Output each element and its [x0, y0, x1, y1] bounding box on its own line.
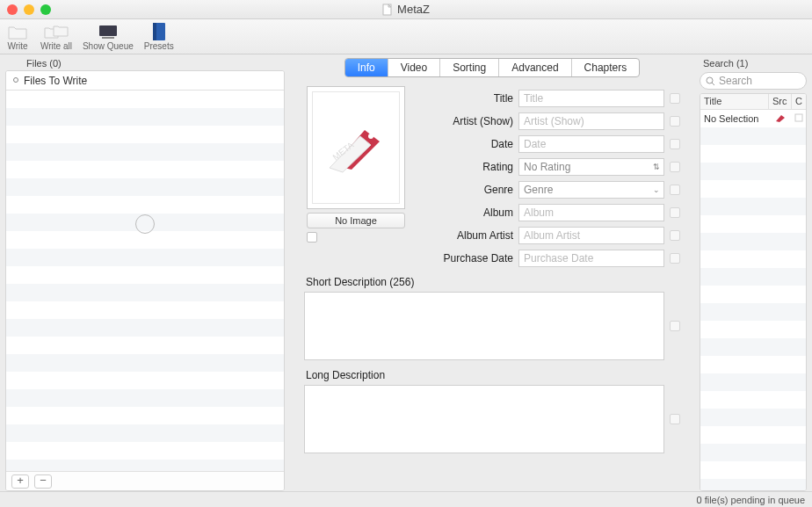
toolbar-label: Write	[7, 41, 27, 51]
minimize-icon[interactable]	[24, 4, 34, 15]
remove-file-button[interactable]: −	[34, 474, 52, 489]
album-field[interactable]	[518, 204, 664, 221]
queue-icon	[98, 23, 119, 40]
metaz-tag-icon: META	[325, 117, 387, 178]
title-field[interactable]	[518, 90, 664, 107]
results-body[interactable]: No Selection	[700, 110, 806, 490]
artist-field[interactable]	[518, 112, 664, 130]
book-icon	[150, 22, 168, 41]
files-list-footer: + −	[6, 471, 284, 490]
spinner-icon	[135, 214, 155, 234]
artwork-check[interactable]	[307, 232, 317, 243]
files-header-text: Files To Write	[24, 75, 87, 87]
tag-icon	[775, 112, 786, 123]
row-check[interactable]	[792, 113, 806, 124]
search-panel: Search (1) Search Title Src C No Selecti…	[694, 54, 812, 491]
status-text: 0 file(s) pending in queue	[696, 495, 805, 505]
document-icon	[382, 4, 393, 16]
files-list-body[interactable]	[6, 91, 284, 471]
album-check[interactable]	[670, 207, 680, 218]
rating-label: Rating	[418, 161, 513, 173]
artwork-well[interactable]: META	[307, 86, 405, 209]
folder-icon	[7, 23, 28, 40]
status-bar: 0 file(s) pending in queue	[0, 491, 812, 507]
svg-line-8	[712, 83, 714, 85]
files-list-header[interactable]: Files To Write	[6, 71, 284, 91]
artwork-button[interactable]: No Image	[307, 213, 405, 228]
short-desc-field[interactable]	[304, 292, 664, 360]
search-input[interactable]: Search	[700, 72, 807, 90]
chevron-down-icon: ⌄	[653, 185, 660, 194]
long-desc-check[interactable]	[670, 414, 680, 424]
editor-panel: Info Video Sorting Advanced Chapters	[290, 54, 694, 491]
toolbar-label: Show Queue	[83, 41, 134, 51]
tab-video[interactable]: Video	[388, 59, 440, 76]
tab-advanced[interactable]: Advanced	[499, 59, 571, 76]
genre-check[interactable]	[670, 185, 680, 195]
tab-info[interactable]: Info	[345, 59, 388, 76]
row-src	[769, 112, 792, 125]
tabs: Info Video Sorting Advanced Chapters	[295, 54, 689, 81]
search-results: Title Src C No Selection	[700, 93, 807, 491]
files-panel: Files (0) Files To Write + −	[0, 54, 290, 491]
window-controls	[7, 4, 51, 15]
toolbar-label: Write all	[40, 41, 72, 51]
toolbar: Write Write all Show Queue Presets	[0, 19, 812, 54]
zoom-icon[interactable]	[40, 4, 51, 15]
genre-label: Genre	[418, 184, 513, 196]
titlebar: MetaZ	[0, 0, 812, 19]
window-title-text: MetaZ	[397, 3, 430, 16]
artist-label: Artist (Show)	[418, 116, 513, 127]
rating-select[interactable]: No Rating⇅	[518, 158, 664, 176]
svg-rect-1	[99, 25, 117, 36]
purchase-date-label: Purchase Date	[418, 252, 513, 264]
album-label: Album	[418, 206, 513, 219]
artist-check[interactable]	[670, 116, 680, 127]
tab-chapters[interactable]: Chapters	[572, 59, 640, 76]
folders-icon	[44, 23, 69, 40]
presets-button[interactable]: Presets	[144, 22, 174, 51]
tab-sorting[interactable]: Sorting	[440, 59, 499, 76]
col-src[interactable]: Src	[769, 94, 792, 109]
title-label: Title	[418, 92, 513, 105]
results-header: Title Src C	[700, 94, 806, 110]
svg-rect-2	[102, 37, 114, 39]
short-desc-label: Short Description (256)	[304, 267, 680, 292]
date-label: Date	[418, 138, 513, 150]
album-artist-label: Album Artist	[418, 229, 513, 242]
updown-icon: ⇅	[653, 163, 660, 171]
svg-rect-4	[153, 23, 156, 40]
rating-check[interactable]	[670, 162, 680, 172]
col-c[interactable]: C	[792, 94, 806, 109]
date-field[interactable]	[518, 135, 664, 153]
svg-rect-9	[795, 114, 802, 121]
genre-select[interactable]: Genre⌄	[518, 181, 664, 199]
toolbar-label: Presets	[144, 41, 174, 51]
title-check[interactable]	[670, 93, 680, 104]
show-queue-button[interactable]: Show Queue	[83, 22, 134, 51]
add-file-button[interactable]: +	[11, 474, 29, 489]
svg-point-7	[707, 77, 713, 83]
search-placeholder: Search	[719, 75, 752, 87]
purchase-check[interactable]	[670, 253, 680, 264]
results-row[interactable]: No Selection	[700, 110, 806, 127]
long-desc-field[interactable]	[304, 385, 664, 453]
long-desc-label: Long Description	[304, 360, 680, 385]
album-artist-field[interactable]	[518, 227, 664, 244]
col-title[interactable]: Title	[700, 94, 769, 109]
write-button[interactable]: Write	[5, 22, 30, 51]
window-title: MetaZ	[382, 3, 430, 16]
write-all-button[interactable]: Write all	[40, 22, 72, 51]
files-label: Files (0)	[5, 54, 285, 70]
svg-point-5	[368, 134, 373, 139]
album-artist-check[interactable]	[670, 230, 680, 241]
row-title: No Selection	[700, 113, 769, 124]
purchase-date-field[interactable]	[518, 250, 664, 267]
files-list: Files To Write + −	[5, 70, 285, 491]
bullet-icon	[13, 77, 18, 83]
close-icon[interactable]	[7, 4, 18, 15]
short-desc-check[interactable]	[670, 321, 680, 331]
search-label: Search (1)	[700, 54, 807, 70]
date-check[interactable]	[670, 139, 680, 149]
search-icon	[706, 76, 715, 86]
